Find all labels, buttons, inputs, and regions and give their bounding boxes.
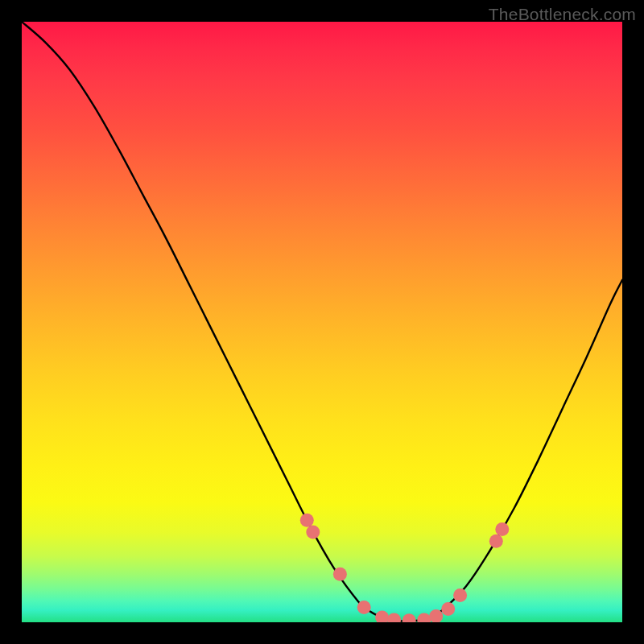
marker-point xyxy=(357,601,371,614)
highlight-markers xyxy=(300,514,510,622)
marker-point xyxy=(417,613,431,623)
marker-point xyxy=(453,588,467,602)
bottleneck-curve xyxy=(22,22,622,621)
attribution-text: TheBottleneck.com xyxy=(489,5,636,24)
marker-point xyxy=(441,602,455,616)
marker-point xyxy=(489,535,503,548)
curve-line xyxy=(22,22,622,621)
marker-point xyxy=(495,522,509,536)
marker-point xyxy=(306,526,320,539)
marker-point xyxy=(375,611,389,623)
chart-svg xyxy=(22,22,622,622)
marker-point xyxy=(402,613,416,622)
marker-point xyxy=(387,613,401,623)
marker-point xyxy=(333,568,347,581)
marker-point xyxy=(300,514,314,527)
plot-area xyxy=(22,22,622,622)
